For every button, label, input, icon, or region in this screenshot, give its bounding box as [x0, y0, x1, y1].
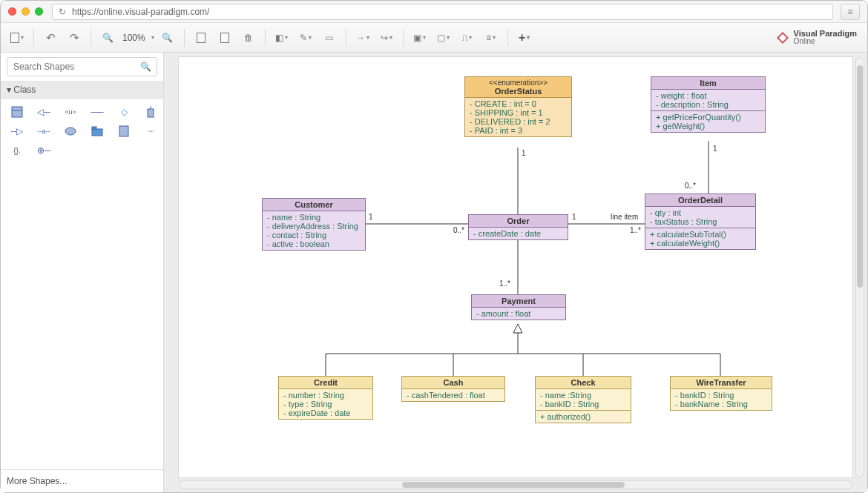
window-controls [8, 7, 43, 16]
multiplicity-label: 1..* [630, 226, 641, 234]
hamburger-icon: ≡ [847, 7, 852, 17]
attributes: - CREATE : int = 0 - SHIPPING : int = 1 … [465, 98, 571, 136]
save-icon [10, 33, 19, 43]
association-label: line item [611, 213, 638, 221]
dash-shape-icon[interactable]: ┈ [140, 124, 161, 139]
brand-logo-icon [776, 31, 789, 44]
class-shape-icon[interactable] [7, 105, 27, 119]
package-shape-icon[interactable] [87, 124, 108, 139]
svg-rect-9 [119, 126, 128, 136]
class-wiretransfer[interactable]: WireTransfer - bankID : String- bankName… [670, 376, 772, 411]
multiplicity-label: 0..* [685, 182, 696, 190]
aggregation-shape-icon[interactable]: ◇ [114, 105, 134, 119]
dependency-shape-icon[interactable]: --▷ [7, 124, 27, 139]
class-check[interactable]: Check - name :String- bankID : String + … [535, 376, 631, 423]
multiplicity-label: 1 [713, 145, 717, 153]
shape-palette: ◁─ «u» ── ◇ --▷ --a-- ┈ {}. ⊕─ [1, 99, 163, 164]
reload-icon[interactable]: ↻ [59, 7, 66, 17]
copy-icon [197, 33, 206, 43]
zoom-in-button[interactable]: 🔍 [157, 28, 178, 47]
to-front-button[interactable]: ▣▾ [410, 28, 430, 47]
anchor-shape-icon[interactable]: ⊕─ [33, 143, 54, 158]
maximize-window-icon[interactable] [35, 7, 43, 16]
url-bar[interactable]: ↻ https://online.visual-paradigm.com/ [52, 4, 833, 20]
class-credit[interactable]: Credit - number : String - type : String… [278, 376, 373, 420]
diagram-canvas[interactable]: 1 0..* 1 1 line item 1..* 1 0..* 1..* <<… [179, 57, 852, 477]
search-shapes-input[interactable] [7, 57, 157, 76]
label-shape-icon[interactable]: --a-- [33, 124, 54, 139]
undo-button[interactable]: ↶ [40, 28, 61, 47]
svg-marker-15 [513, 324, 522, 333]
line-color-button[interactable]: ✎▾ [295, 28, 316, 47]
multiplicity-label: 1 [572, 213, 576, 221]
vertical-scrollbar[interactable] [855, 57, 864, 477]
close-window-icon[interactable] [8, 7, 16, 16]
interface-shape-icon[interactable] [140, 105, 161, 119]
svg-rect-4 [148, 109, 154, 117]
zoom-out-button[interactable]: 🔍 [97, 28, 118, 47]
save-button[interactable]: ▾ [7, 28, 27, 47]
horizontal-scrollbar[interactable] [179, 480, 852, 489]
workspace: 🔍 ▾ Class ◁─ «u» ── ◇ --▷ --a-- ┈ {}. ⊕─… [1, 53, 867, 492]
main-toolbar: ▾ ↶ ↷ 🔍 100%▾ 🔍 🗑 ◧▾ ✎▾ ▭ →▾ ↪▾ ▣▾ ▢▾ ⎍▾… [1, 23, 867, 53]
delete-button[interactable]: 🗑 [238, 28, 259, 47]
usage-shape-icon[interactable]: «u» [60, 105, 81, 119]
url-text: https://online.visual-paradigm.com/ [72, 7, 209, 17]
multiplicity-label: 1 [522, 149, 526, 157]
class-orderstatus[interactable]: <<enumeration>>OrderStatus - CREATE : in… [464, 76, 572, 137]
class-customer[interactable]: Customer - name : String - deliveryAddre… [262, 198, 366, 251]
shadow-button[interactable]: ▭ [319, 28, 340, 47]
add-button[interactable]: +▾ [514, 28, 535, 47]
copy-button[interactable] [191, 28, 211, 47]
more-shapes-link[interactable]: More Shapes... [1, 469, 163, 492]
connector-end-button[interactable]: →▾ [352, 28, 373, 47]
document-shape-icon[interactable] [114, 124, 134, 139]
fill-color-button[interactable]: ◧▾ [272, 28, 292, 47]
align-button[interactable]: ⎍▾ [457, 28, 478, 47]
to-back-button[interactable]: ▢▾ [433, 28, 454, 47]
multiplicity-label: 1 [369, 213, 373, 221]
note-shape-icon[interactable] [60, 124, 81, 139]
minimize-window-icon[interactable] [22, 7, 30, 16]
brand: Visual ParadigmOnline [776, 30, 861, 45]
multiplicity-label: 1..* [499, 279, 510, 288]
connector-style-button[interactable]: ↪▾ [376, 28, 397, 47]
constraint-shape-icon[interactable]: {}. [7, 143, 27, 158]
multiplicity-label: 0..* [453, 226, 464, 234]
class-orderdetail[interactable]: OrderDetail - qty : int- taxStatus : Str… [645, 193, 756, 250]
association-shape-icon[interactable]: ── [87, 105, 108, 119]
zoom-level: 100% [121, 33, 147, 43]
distribute-button[interactable]: ≡▾ [481, 28, 502, 47]
svg-rect-8 [92, 127, 96, 129]
search-icon: 🔍 [140, 62, 151, 72]
class-order[interactable]: Order - createDate : date [468, 214, 568, 240]
brand-text: Visual ParadigmOnline [794, 30, 857, 45]
app-window: ↻ https://online.visual-paradigm.com/ ≡ … [0, 0, 868, 493]
svg-rect-7 [92, 129, 102, 136]
class-payment[interactable]: Payment - amount : float [471, 294, 566, 320]
svg-rect-2 [12, 107, 22, 117]
class-item[interactable]: Item - weight : float- description : Str… [651, 76, 766, 133]
svg-point-6 [65, 128, 76, 135]
redo-button[interactable]: ↷ [64, 28, 85, 47]
class-cash[interactable]: Cash - cashTendered : float [401, 376, 505, 402]
canvas-area: 1 0..* 1 1 line item 1..* 1 0..* 1..* <<… [164, 53, 867, 492]
browser-menu-button[interactable]: ≡ [841, 4, 860, 20]
paste-button[interactable] [214, 28, 235, 47]
paste-icon [220, 33, 229, 43]
shapes-sidebar: 🔍 ▾ Class ◁─ «u» ── ◇ --▷ --a-- ┈ {}. ⊕─… [1, 53, 164, 492]
shape-category-header[interactable]: ▾ Class [1, 82, 163, 99]
generalization-shape-icon[interactable]: ◁─ [33, 105, 54, 119]
browser-titlebar: ↻ https://online.visual-paradigm.com/ ≡ [1, 1, 867, 23]
